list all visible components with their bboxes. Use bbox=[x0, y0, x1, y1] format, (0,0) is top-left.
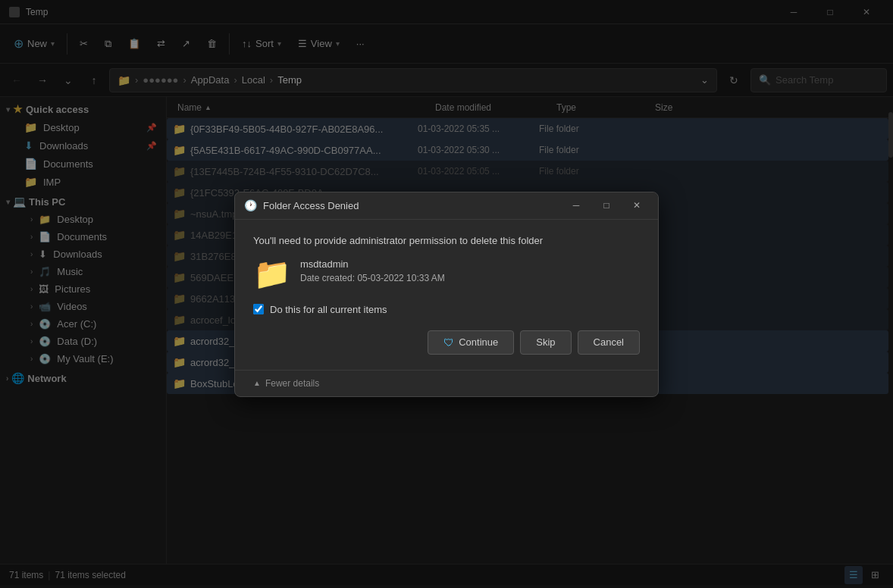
clock-icon: 🕐 bbox=[244, 199, 257, 211]
folder-details: msdtadmin Date created: 05-03-2022 10:33… bbox=[300, 258, 445, 283]
skip-button[interactable]: Skip bbox=[520, 330, 571, 355]
chevron-up-icon: ▲ bbox=[253, 379, 261, 387]
folder-name: msdtadmin bbox=[300, 258, 445, 270]
fewer-details-toggle[interactable]: ▲ Fewer details bbox=[235, 370, 658, 396]
modal-buttons: 🛡 Continue Skip Cancel bbox=[253, 330, 640, 355]
modal-maximize-button[interactable]: □ bbox=[594, 195, 619, 216]
continue-label: Continue bbox=[459, 336, 498, 348]
folder-access-denied-dialog: 🕐 Folder Access Denied ─ □ ✕ You'll need… bbox=[234, 192, 659, 397]
cancel-label: Cancel bbox=[594, 336, 624, 348]
checkbox-row: Do this for all current items bbox=[253, 304, 640, 315]
modal-body: You'll need to provide administrator per… bbox=[235, 220, 658, 370]
skip-label: Skip bbox=[536, 336, 555, 348]
shield-icon: 🛡 bbox=[443, 336, 454, 349]
cancel-button[interactable]: Cancel bbox=[578, 330, 640, 355]
modal-title: Folder Access Denied bbox=[263, 200, 558, 211]
modal-close-button[interactable]: ✕ bbox=[625, 195, 649, 216]
modal-minimize-button[interactable]: ─ bbox=[564, 195, 588, 216]
modal-titlebar: 🕐 Folder Access Denied ─ □ ✕ bbox=[235, 192, 658, 220]
folder-big-icon: 📁 bbox=[253, 258, 291, 289]
checkbox-label[interactable]: Do this for all current items bbox=[270, 304, 387, 315]
modal-message: You'll need to provide administrator per… bbox=[253, 235, 640, 246]
modal-overlay: 🕐 Folder Access Denied ─ □ ✕ You'll need… bbox=[0, 0, 893, 588]
folder-date: Date created: 05-03-2022 10:33 AM bbox=[300, 273, 445, 283]
continue-button[interactable]: 🛡 Continue bbox=[428, 330, 514, 355]
folder-info: 📁 msdtadmin Date created: 05-03-2022 10:… bbox=[253, 258, 640, 289]
fewer-details-label: Fewer details bbox=[265, 378, 319, 389]
do-for-all-checkbox[interactable] bbox=[253, 304, 264, 314]
